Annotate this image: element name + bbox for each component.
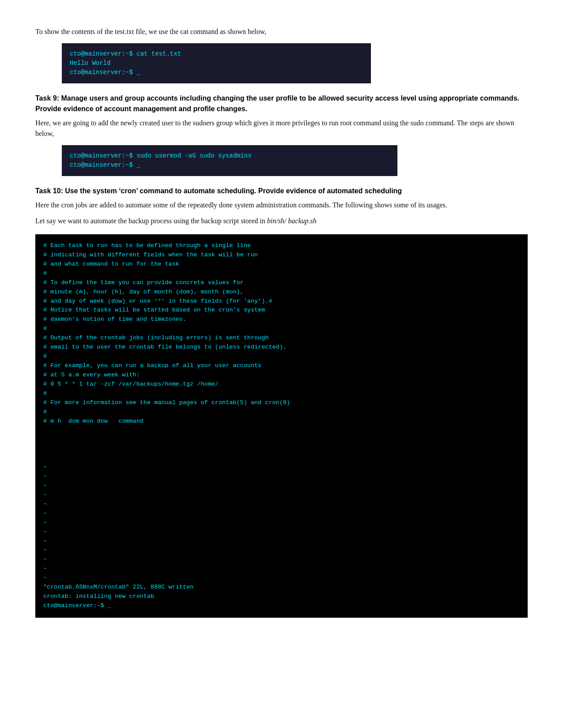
- task10-heading: Task 10: Use the system ‘cron’ command t…: [35, 186, 528, 196]
- terminal-cat-content: cto@mainserver:~$ cat test.txt Hello Wor…: [70, 50, 181, 76]
- task10-body2-path: bin/sh/ backup.sh: [267, 217, 317, 225]
- task9-heading: Task 9: Manage users and group accounts …: [35, 93, 528, 114]
- terminal-usermod-content: cto@mainserver:~$ sudo usermod -aG sudo …: [70, 152, 252, 169]
- terminal-crontab-content: # Each task to run has to be defined thr…: [43, 242, 290, 609]
- task9-body: Here, we are going to add the newly crea…: [35, 118, 528, 139]
- intro-paragraph: To show the contents of the test.txt fil…: [35, 26, 528, 37]
- terminal-cat: cto@mainserver:~$ cat test.txt Hello Wor…: [62, 43, 371, 83]
- terminal-usermod: cto@mainserver:~$ sudo usermod -aG sudo …: [62, 145, 397, 176]
- task10-body2-prefix: Let say we want to automate the backup p…: [35, 217, 267, 225]
- terminal-crontab: # Each task to run has to be defined thr…: [35, 234, 528, 618]
- task10-body1: Here the cron jobs are added to automate…: [35, 200, 528, 210]
- task10-body2: Let say we want to automate the backup p…: [35, 216, 528, 226]
